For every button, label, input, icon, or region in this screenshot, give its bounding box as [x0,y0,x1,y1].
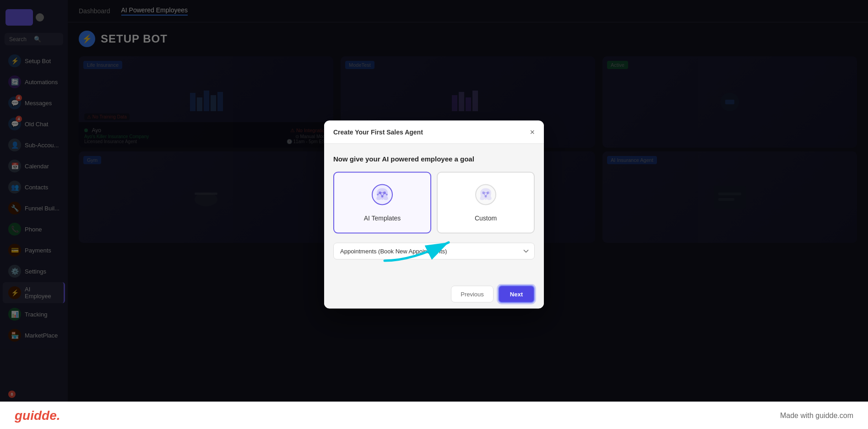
previous-button[interactable]: Previous [451,286,494,303]
goal-options: AI Templates Custom [333,172,535,234]
modal-footer: Previous Next [324,280,544,309]
bottom-bar: guidde. Made with guidde.com [0,402,868,429]
custom-label: Custom [475,214,497,222]
modal-subtitle: Now give your AI powered employee a goal [333,155,535,163]
goal-option-custom[interactable]: Custom [437,172,535,234]
custom-icon [475,184,497,210]
guidde-logo: guidde. [15,408,60,423]
modal-close-button[interactable]: × [530,128,535,136]
next-button[interactable]: Next [498,285,535,303]
goal-option-ai-templates[interactable]: AI Templates [333,172,431,234]
modal-create-sales-agent: Create Your First Sales Agent × Now give… [324,121,544,309]
modal-body: Now give your AI powered employee a goal [324,144,544,280]
modal-header: Create Your First Sales Agent × [324,121,544,144]
dropdown-row: Appointments (Book New Appointments) Lea… [333,243,535,260]
goal-dropdown[interactable]: Appointments (Book New Appointments) Lea… [333,243,535,260]
ai-templates-icon [371,184,393,210]
ai-templates-label: AI Templates [364,214,401,222]
made-with-text: Made with guidde.com [780,412,853,420]
modal-title: Create Your First Sales Agent [333,129,423,136]
guidde-brand: guidde. [15,408,60,423]
